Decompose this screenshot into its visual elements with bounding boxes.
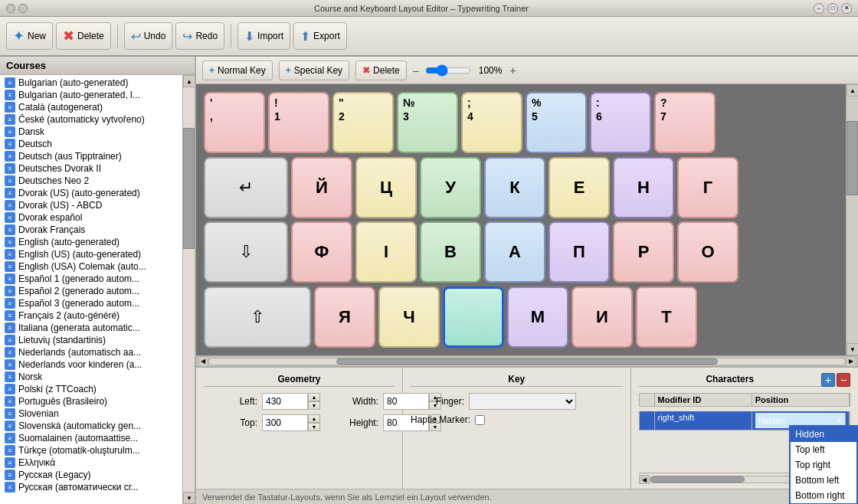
hscroll-left[interactable]: ◀ <box>198 356 208 367</box>
keyboard-hscroll[interactable]: ◀ ▶ <box>196 355 858 366</box>
keyboard-scroll-down[interactable]: ▼ <box>847 343 858 355</box>
key-2[interactable]: " 2 <box>332 92 394 153</box>
delete-button[interactable]: ✖ Delete <box>56 22 111 50</box>
key-U[interactable]: У <box>420 157 481 218</box>
finger-select[interactable] <box>469 393 576 410</box>
sidebar-item-6[interactable]: Deutsch (aus Tipptrainer) <box>0 150 182 162</box>
sidebar-item-26[interactable]: Português (Brasileiro) <box>0 395 182 407</box>
sidebar-item-2[interactable]: Català (autogenerat) <box>0 101 182 113</box>
key-shift-left[interactable]: ⇧ <box>204 286 311 348</box>
key-G[interactable]: Г <box>677 157 738 218</box>
undo-button[interactable]: ↩ Undo <box>124 22 173 50</box>
zoom-slider[interactable] <box>425 64 471 77</box>
sidebar-item-24[interactable]: Norsk <box>0 371 182 383</box>
dropdown-hidden[interactable]: Hidden <box>791 427 856 442</box>
key-O[interactable]: О <box>677 221 738 283</box>
hscroll-right[interactable]: ▶ <box>846 356 856 367</box>
dropdown-bottom-left[interactable]: Bottom left <box>791 473 856 488</box>
key-1[interactable]: ! 1 <box>268 92 329 153</box>
sidebar-item-12[interactable]: Dvorak Français <box>0 224 182 236</box>
sidebar-item-7[interactable]: Deutsches Dvorak II <box>0 162 182 175</box>
sidebar-item-28[interactable]: Slovenská (automaticky gen... <box>0 420 182 432</box>
sidebar-item-33[interactable]: Русская (автоматически сг... <box>0 481 182 493</box>
chars-add-button[interactable]: + <box>821 373 835 387</box>
normal-key-button[interactable]: + Normal Key <box>202 61 273 80</box>
sidebar-item-19[interactable]: Français 2 (auto-généré) <box>0 309 182 322</box>
sidebar-item-4[interactable]: Dansk <box>0 126 182 138</box>
sidebar-item-5[interactable]: Deutsch <box>0 138 182 150</box>
sidebar-item-15[interactable]: English (USA) Colemak (auto... <box>0 260 182 273</box>
keyboard-vscroll-track[interactable] <box>847 97 858 343</box>
haptic-checkbox[interactable] <box>475 415 485 425</box>
key-M[interactable]: М <box>507 286 568 348</box>
key-T[interactable]: Т <box>636 286 697 348</box>
key-C[interactable]: Ц <box>355 157 417 218</box>
key-J[interactable]: Й <box>291 157 352 218</box>
zoom-out-button[interactable]: – <box>413 64 419 77</box>
sidebar-item-1[interactable]: Bulgarian (auto-generated, l... <box>0 89 182 101</box>
top-spin-down[interactable]: ▼ <box>308 423 320 431</box>
sidebar-item-31[interactable]: Ελληνικά <box>0 457 182 469</box>
key-I[interactable]: І <box>355 221 417 283</box>
sidebar-scroll-down[interactable]: ▼ <box>183 492 195 504</box>
dropdown-bottom-right[interactable]: Bottom right <box>791 488 856 503</box>
sidebar-item-16[interactable]: Español 1 (generado autom... <box>0 273 182 285</box>
redo-button[interactable]: ↪ Redo <box>175 22 224 50</box>
titlebar-maximize[interactable] <box>18 4 28 13</box>
key-E[interactable]: Е <box>549 157 610 218</box>
keyboard-vscroll-thumb[interactable] <box>847 121 858 195</box>
sidebar-list[interactable]: Bulgarian (auto-generated)Bulgarian (aut… <box>0 75 182 504</box>
sidebar-item-17[interactable]: Español 2 (generado autom... <box>0 285 182 297</box>
sidebar-item-20[interactable]: Italiana (generata automatic... <box>0 322 182 334</box>
new-button[interactable]: ✦ New <box>6 22 53 50</box>
key-5[interactable]: % 5 <box>526 92 587 153</box>
sidebar-scroll-thumb[interactable] <box>183 128 195 249</box>
sidebar-item-14[interactable]: English (US) (auto-generated) <box>0 248 182 260</box>
key-N[interactable]: Н <box>613 157 674 218</box>
sidebar-item-18[interactable]: Español 3 (generado autom... <box>0 297 182 309</box>
sidebar-item-29[interactable]: Suomalainen (automaattise... <box>0 432 182 444</box>
key-A[interactable]: А <box>484 221 545 283</box>
hscroll-thumb[interactable] <box>336 358 718 365</box>
keyboard-scroll-up[interactable]: ▲ <box>847 84 858 97</box>
key-4[interactable]: ; 4 <box>461 92 522 153</box>
sidebar-scroll-track[interactable] <box>183 87 195 492</box>
sidebar-item-21[interactable]: Lietuvių (standartinis) <box>0 334 182 346</box>
sidebar-item-30[interactable]: Türkçe (otomatik-oluşturulm... <box>0 444 182 457</box>
key-capslock[interactable]: ⇩ <box>204 221 288 283</box>
sidebar-item-3[interactable]: České (automaticky vytvořeno) <box>0 113 182 126</box>
sidebar-item-23[interactable]: Nederlands voor kinderen (a... <box>0 358 182 371</box>
left-spin-up[interactable]: ▲ <box>308 393 320 401</box>
sidebar-item-32[interactable]: Русская (Legacy) <box>0 469 182 481</box>
sidebar-item-25[interactable]: Polski (z TTCoach) <box>0 383 182 395</box>
key-And[interactable]: И <box>571 286 633 348</box>
key-6[interactable]: : 6 <box>590 92 651 153</box>
left-input[interactable] <box>262 393 308 410</box>
sidebar-item-0[interactable]: Bulgarian (auto-generated) <box>0 77 182 89</box>
zoom-in-button[interactable]: + <box>510 64 516 77</box>
key-Ya[interactable]: Я <box>314 286 375 348</box>
sidebar-scroll-up[interactable]: ▲ <box>183 75 195 87</box>
hscroll-track[interactable] <box>208 358 846 365</box>
chars-scroll-left[interactable]: ◀ <box>639 475 650 484</box>
key-7[interactable]: ? 7 <box>654 92 716 153</box>
sidebar-item-22[interactable]: Nederlands (automatisch aa... <box>0 346 182 358</box>
window-maximize-btn[interactable]: □ <box>827 3 838 14</box>
sidebar-item-27[interactable]: Slovenian <box>0 407 182 420</box>
keyboard-vscroll[interactable]: ▲ ▼ <box>846 84 858 355</box>
sidebar-item-9[interactable]: Dvorak (US) (auto-generated) <box>0 187 182 199</box>
window-close-btn[interactable]: ✕ <box>841 3 852 14</box>
dropdown-top-right[interactable]: Top right <box>791 457 856 473</box>
sidebar-scrollbar[interactable]: ▲ ▼ <box>182 75 195 504</box>
key-Ch[interactable]: Ч <box>378 286 440 348</box>
key-R[interactable]: Р <box>613 221 674 283</box>
key-V[interactable]: В <box>420 221 481 283</box>
sidebar-item-11[interactable]: Dvorak español <box>0 211 182 224</box>
key-backtick[interactable]: ' , <box>204 92 265 153</box>
top-spin-up[interactable]: ▲ <box>308 414 320 423</box>
key-P[interactable]: П <box>549 221 610 283</box>
key-3[interactable]: № 3 <box>397 92 458 153</box>
titlebar-minimize[interactable] <box>6 4 15 13</box>
key-selected[interactable] <box>443 286 504 348</box>
window-minimize-btn[interactable]: – <box>814 3 824 14</box>
